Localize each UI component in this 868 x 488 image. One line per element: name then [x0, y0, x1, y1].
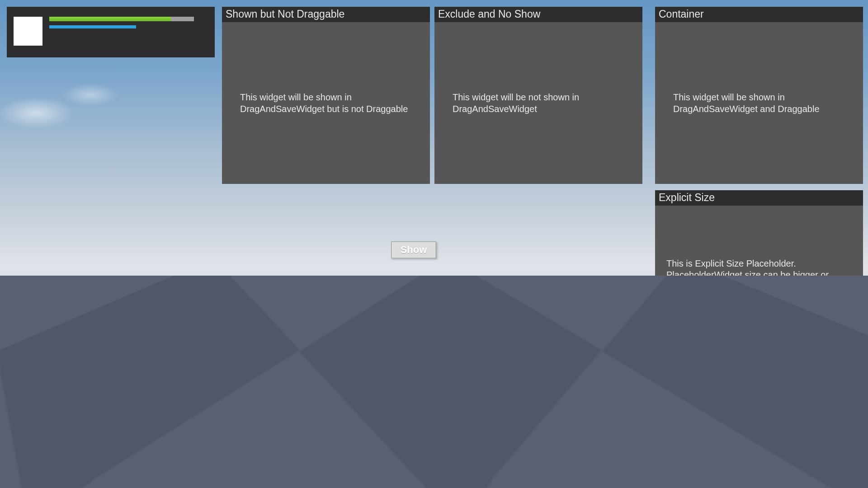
panel-body-text: This is Explicit Size Placeholder. Place…: [666, 258, 852, 316]
hp-bar-track: [49, 17, 194, 21]
panel-body-text: This widget will be shown in DragAndSave…: [240, 92, 412, 115]
mp-bar-track: [49, 25, 194, 28]
chat-container[interactable]: [Logoo]: Hi this is example chat contain…: [18, 309, 226, 467]
panel-body: This is Explicit Size Placeholder. Place…: [655, 206, 863, 368]
panel-container[interactable]: Container This widget will be shown in D…: [655, 7, 863, 184]
player-hud-panel: [7, 7, 215, 57]
panel-title: Exclude and No Show: [434, 7, 642, 22]
panel-explicit-size[interactable]: Explicit Size This is Explicit Size Plac…: [655, 190, 863, 367]
panel-body: This widget will be shown in DragAndSave…: [655, 22, 863, 185]
panel-title: Explicit Size: [655, 190, 863, 206]
player-avatar: [14, 17, 42, 46]
panel-body-text: This widget will be not shown in DragAnd…: [453, 92, 624, 115]
panel-body-text: This widget will be shown in DragAndSave…: [673, 92, 845, 115]
panel-exclude-no-show[interactable]: Exclude and No Show This widget will be …: [434, 7, 642, 184]
chat-line: [Logoo]: Hi this is example chat contain…: [18, 312, 215, 325]
chat-line: [Logii]: You can easily add: [18, 325, 215, 338]
panel-title: Container: [655, 7, 863, 22]
mp-bar-fill: [49, 25, 136, 28]
panel-body: This widget will be shown in DragAndSave…: [222, 22, 430, 185]
show-button[interactable]: Show: [391, 241, 436, 258]
panel-title: Shown but Not Draggable: [222, 7, 430, 22]
player-bars: [49, 17, 208, 28]
panel-body: This widget will be not shown in DragAnd…: [434, 22, 642, 185]
panel-shown-not-draggable[interactable]: Shown but Not Draggable This widget will…: [222, 7, 430, 184]
hp-bar-fill: [49, 17, 171, 21]
